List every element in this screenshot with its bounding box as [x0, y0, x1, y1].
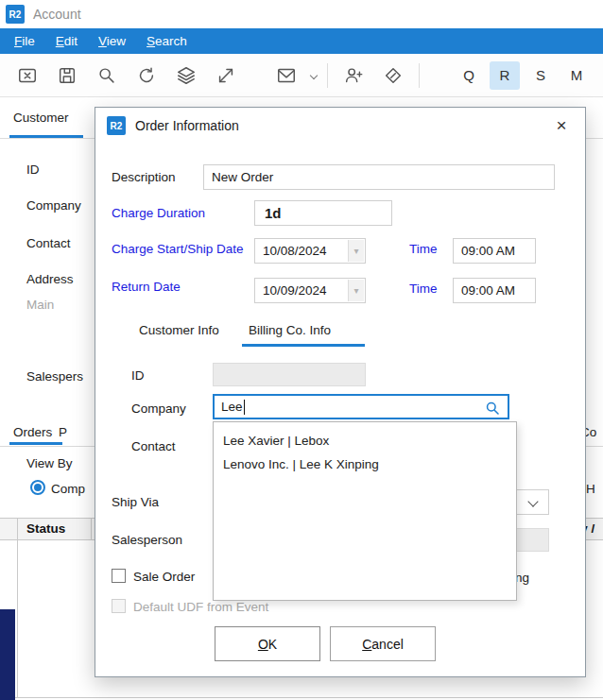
time-value-1: 09:00 AM [461, 244, 515, 258]
time-label-2[interactable]: Time [409, 282, 438, 296]
refresh-icon [136, 65, 157, 86]
h-checkbox-label: H [586, 482, 595, 496]
menu-file[interactable]: File [4, 30, 45, 52]
suggestion-item[interactable]: Lee Xavier | Lebox [214, 429, 516, 452]
dialog-title: Order Information [135, 118, 239, 133]
date-dropdown-icon[interactable]: ▾ [348, 280, 364, 301]
tag-button[interactable] [373, 58, 413, 94]
description-field[interactable]: New Order [203, 164, 555, 190]
company-suggestion-list: Lee Xavier | Lebox Lenovo Inc. | Lee K X… [213, 421, 517, 601]
expand-button[interactable] [206, 58, 246, 94]
radio-dot [34, 484, 42, 491]
menu-bar: File Edit View Search [0, 28, 603, 54]
return-date-label[interactable]: Return Date [112, 280, 181, 294]
time-field-1[interactable]: 09:00 AM [453, 238, 536, 264]
bg-contact-label: Contact [26, 236, 71, 250]
toolbar-m-button[interactable]: M [561, 61, 592, 90]
tab-customer-info[interactable]: Customer Info [139, 323, 219, 337]
time-value-2: 09:00 AM [461, 283, 515, 298]
description-value: New Order [212, 170, 273, 184]
suggestion-item[interactable]: Lenovo Inc. | Lee K Xinping [214, 452, 516, 476]
toolbar-separator [419, 63, 420, 88]
window-bottom-border [0, 697, 603, 698]
bg-address-value: Main [26, 298, 54, 312]
chevron-down-icon [310, 71, 318, 78]
ok-button-label: OK [258, 637, 277, 652]
bg-address-label: Address [26, 272, 74, 286]
menu-search[interactable]: Search [136, 30, 198, 52]
company-field[interactable]: Lee [213, 394, 509, 419]
tab-customer[interactable]: Customer [13, 111, 69, 125]
id-label: ID [131, 368, 145, 383]
toolbar-separator [327, 63, 328, 88]
company-radio[interactable] [30, 480, 45, 495]
toolbar-r-button[interactable]: R [490, 61, 520, 90]
tag-icon [382, 65, 405, 86]
contact-label: Contact [131, 439, 176, 453]
comp-radio-label: Comp [51, 482, 85, 496]
layers-icon [176, 65, 197, 86]
tab-orders[interactable]: Orders [13, 425, 52, 439]
charge-duration-field[interactable]: 1d [254, 200, 392, 226]
export-button[interactable] [8, 58, 47, 94]
dialog-r2-icon: R2 [107, 116, 126, 135]
time-field-2[interactable]: 09:00 AM [453, 278, 536, 303]
navy-panel [0, 609, 15, 700]
window-title: Account [33, 7, 81, 22]
bg-id-label: ID [26, 162, 40, 177]
titlebar: R2 Account [0, 0, 603, 28]
cancel-button[interactable]: Cancel [330, 626, 436, 661]
tab-p-partial[interactable]: P [59, 425, 67, 439]
billing-tab-underline [242, 344, 365, 347]
mail-button[interactable] [267, 58, 306, 94]
add-contact-button[interactable] [334, 58, 373, 94]
close-icon[interactable]: × [551, 115, 572, 136]
charge-start-label[interactable]: Charge Start/Ship Date [112, 242, 244, 256]
charge-duration-label[interactable]: Charge Duration [112, 206, 205, 220]
time-label-1[interactable]: Time [409, 242, 438, 256]
cancel-button-label: Cancel [362, 637, 404, 652]
refresh-button[interactable] [127, 58, 166, 94]
company-value: Lee [221, 400, 243, 414]
grid-left-border [17, 518, 18, 697]
toolbar: Q R S M [0, 54, 603, 97]
sale-order-label: Sale Order [133, 570, 195, 584]
save-icon [57, 65, 78, 86]
app-logo-icon: R2 [6, 5, 25, 24]
view-by-label: View By [26, 456, 73, 470]
date-dropdown-icon[interactable]: ▾ [348, 240, 364, 262]
grid-column-border [91, 518, 92, 540]
sale-order-checkbox[interactable] [112, 569, 126, 583]
return-date-field[interactable]: 10/09/2024 ▾ [254, 278, 366, 303]
return-date-value: 10/09/2024 [263, 283, 327, 298]
export-icon [17, 65, 38, 86]
save-button[interactable] [47, 58, 87, 94]
layers-button[interactable] [166, 58, 206, 94]
bg-salesperson-label: Salespers [26, 369, 83, 384]
salesperson-label: Salesperson [112, 533, 182, 547]
search-icon [96, 65, 117, 86]
description-label: Description [112, 170, 176, 184]
menu-view[interactable]: View [88, 30, 136, 52]
tab-billing-co-info[interactable]: Billing Co. Info [249, 323, 331, 337]
tab-orders-underline [9, 442, 62, 445]
field-search-icon[interactable] [485, 401, 501, 417]
add-contact-icon [342, 65, 365, 86]
id-field [213, 363, 366, 386]
order-information-dialog: R2 Order Information × Description New O… [95, 107, 586, 677]
dialog-titlebar: R2 Order Information [95, 108, 585, 144]
toolbar-q-button[interactable]: Q [454, 61, 484, 90]
mail-dropdown[interactable] [306, 73, 321, 78]
search-button[interactable] [87, 58, 127, 94]
ok-button[interactable]: OK [215, 626, 320, 661]
status-column-header[interactable]: Status [26, 521, 65, 536]
chevron-down-icon [527, 496, 538, 506]
default-udf-label: Default UDF from Event [133, 600, 268, 614]
charge-start-date-field[interactable]: 10/08/2024 ▾ [254, 238, 366, 264]
menu-edit[interactable]: Edit [45, 30, 88, 52]
bg-company-label: Company [26, 198, 81, 213]
tab-customer-underline [9, 135, 83, 138]
toolbar-s-button[interactable]: S [525, 61, 556, 90]
default-udf-checkbox [112, 599, 126, 613]
ship-via-label: Ship Via [112, 495, 159, 509]
